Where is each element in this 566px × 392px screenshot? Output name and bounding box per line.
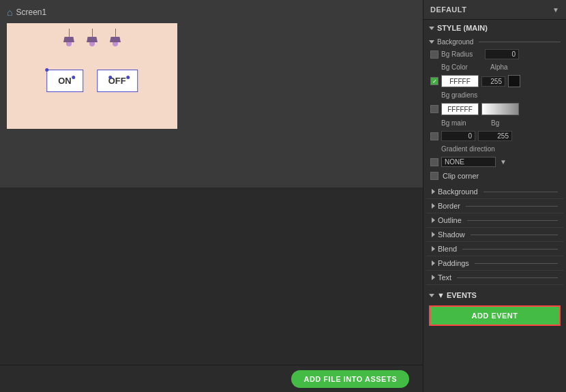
bg-radius-checkbox[interactable] <box>430 50 438 59</box>
bg-color-row: ✓ FFFFF <box>426 74 563 89</box>
alpha-label: Alpha <box>490 63 508 71</box>
lamp-shade <box>63 37 74 42</box>
on-button[interactable]: ON <box>46 70 83 92</box>
bg-subsection-header[interactable]: Background <box>426 36 563 48</box>
bg-gradients-label: Bg gradiens <box>441 91 482 99</box>
background-divider <box>483 192 558 192</box>
off-button[interactable]: OFF <box>97 70 138 92</box>
paddings-divider <box>475 263 558 264</box>
lamp-bulb <box>113 42 118 46</box>
lamp-1 <box>63 29 74 46</box>
style-collapse-icon <box>429 27 434 30</box>
clip-corner-checkbox[interactable] <box>430 172 438 180</box>
lamp-bulb <box>89 42 95 46</box>
gradient-preview <box>481 103 519 115</box>
text-collapsed[interactable]: Text <box>426 271 563 285</box>
canvas-buttons: ON OFF <box>46 70 138 92</box>
bg-radius-row: Bg Radius <box>426 48 563 61</box>
bg-label-2: Bg <box>491 119 499 127</box>
bg-main-inputs-row <box>426 130 563 142</box>
background-section-label: Background <box>438 187 478 196</box>
gradient-swatch-row: FFFFFF <box>426 102 563 117</box>
bg-main-checkbox[interactable] <box>430 132 438 140</box>
checkmark-icon: ✓ <box>432 78 437 85</box>
breadcrumb-label: Screen1 <box>16 7 46 17</box>
canvas-frame: ON OFF <box>7 23 177 129</box>
events-collapse-icon <box>429 294 434 297</box>
breadcrumb: ⌂ Screen1 <box>7 7 416 18</box>
gradient-direction-select[interactable]: NONE TO RIGHT TO BOTTOM DIAGONAL <box>441 157 496 167</box>
add-event-button[interactable]: ADD EVENT <box>429 305 561 326</box>
border-expand-icon <box>432 203 435 209</box>
style-section-header[interactable]: STYLE (MAIN) <box>423 20 566 36</box>
bg-subsection: Background Bg Radius Bg Color Alpha <box>426 36 563 182</box>
lamp-wire <box>92 29 93 37</box>
shadow-section-label: Shadow <box>438 230 465 239</box>
panel-header[interactable]: DEFAULT ▼ <box>423 0 566 20</box>
text-section-label: Text <box>438 273 451 282</box>
background-collapsed[interactable]: Background <box>426 185 563 199</box>
blend-expand-icon <box>432 246 435 252</box>
gradient-dir-checkbox[interactable] <box>430 158 438 166</box>
shadow-collapsed[interactable]: Shadow <box>426 228 563 242</box>
bg-main-label: Bg main <box>441 119 479 127</box>
bg-alpha-input[interactable] <box>481 76 505 87</box>
clip-corner-row: Clip corner <box>426 170 563 182</box>
lamp-shade <box>110 37 121 42</box>
bg-color-label: Bg Color <box>441 63 482 71</box>
text-divider <box>457 277 558 278</box>
add-file-button[interactable]: ADD FILE INTO ASSETS <box>291 370 409 388</box>
bg-collapse-icon <box>429 40 434 44</box>
background-expand-icon <box>432 189 435 194</box>
gradient-white-swatch[interactable]: FFFFFF <box>441 103 479 115</box>
panel-title: DEFAULT <box>430 5 466 14</box>
bg-color-alpha-labels: Bg Color Alpha <box>426 62 563 72</box>
paddings-section-label: Paddings <box>438 259 469 267</box>
lamp-3 <box>110 29 121 46</box>
home-icon[interactable]: ⌂ <box>7 7 12 18</box>
events-section: ▼ EVENTS ADD EVENT <box>423 285 566 330</box>
border-collapsed[interactable]: Border <box>426 199 563 213</box>
bg-gradients-row: Bg gradiens <box>426 90 563 100</box>
bottom-bar: ADD FILE INTO ASSETS <box>0 365 423 392</box>
gradient-checkbox[interactable] <box>430 105 438 113</box>
outline-divider <box>467 220 558 221</box>
gradient-direction-label: Gradient direction <box>441 145 495 153</box>
outline-collapsed[interactable]: Outline <box>426 213 563 228</box>
border-section-label: Border <box>438 202 460 210</box>
blend-divider <box>462 249 558 250</box>
lamp-wire <box>115 29 116 37</box>
shadow-expand-icon <box>432 232 435 237</box>
lamp-2 <box>87 29 98 46</box>
panel-dropdown-icon[interactable]: ▼ <box>552 6 559 14</box>
black-swatch[interactable] <box>508 75 520 87</box>
paddings-expand-icon <box>432 260 435 266</box>
bg-radius-label: Bg Radius <box>441 50 482 58</box>
lamps-decoration <box>63 23 121 46</box>
select-arrow-icon: ▼ <box>500 158 507 166</box>
gradient-direction-row: Gradient direction <box>426 144 563 154</box>
bg-input[interactable] <box>478 131 512 141</box>
bg-radius-input[interactable] <box>485 49 519 59</box>
bg-main-input[interactable] <box>441 131 475 141</box>
blend-collapsed[interactable]: Blend <box>426 242 563 256</box>
outline-expand-icon <box>432 217 435 223</box>
events-label: ▼ EVENTS <box>437 291 477 299</box>
outline-section-label: Outline <box>438 216 462 224</box>
bg-color-checkbox[interactable]: ✓ <box>430 77 438 85</box>
paddings-collapsed[interactable]: Paddings <box>426 256 563 271</box>
lamp-bulb <box>66 42 72 46</box>
right-panel: DEFAULT ▼ STYLE (MAIN) Background Bg Rad… <box>423 0 566 392</box>
canvas-area: ⌂ Screen1 <box>0 0 423 392</box>
bg-main-labels-row: Bg main Bg <box>426 118 563 128</box>
shadow-divider <box>471 235 558 235</box>
gradient-direction-select-row: NONE TO RIGHT TO BOTTOM DIAGONAL ▼ <box>426 155 563 168</box>
bg-color-swatch[interactable]: FFFFF <box>441 75 479 87</box>
events-header[interactable]: ▼ EVENTS <box>429 289 561 301</box>
bg-divider <box>479 42 561 42</box>
text-expand-icon <box>432 275 435 280</box>
canvas-top: ⌂ Screen1 <box>0 0 423 187</box>
lamp-wire <box>69 29 70 37</box>
style-section-content: Background Bg Radius Bg Color Alpha <box>423 36 566 285</box>
border-divider <box>466 206 558 207</box>
